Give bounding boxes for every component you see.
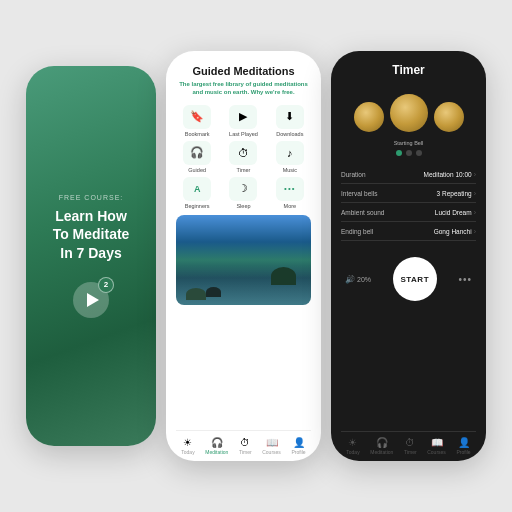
ambient-val: Lucid Dream ›: [435, 209, 476, 216]
nav-profile[interactable]: 👤 Profile: [291, 437, 305, 455]
badge: 2: [98, 277, 114, 293]
more-label: More: [284, 203, 297, 209]
p3-today-label: Today: [346, 449, 359, 455]
p3-nav-profile[interactable]: 👤 Profile: [456, 437, 470, 455]
icon-item-downloads[interactable]: ⬇ Downloads: [269, 105, 311, 137]
phone-meditation-course: FREE COURSE: Learn How To Meditate In 7 …: [26, 66, 156, 446]
timer-label: Timer: [237, 167, 251, 173]
p3-meditation-label: Meditation: [370, 449, 393, 455]
p3-profile-label: Profile: [456, 449, 470, 455]
icon-item-lastplayed[interactable]: ▶ Last Played: [222, 105, 264, 137]
ocean-bg: [176, 215, 311, 305]
timer-icon: ⏱: [229, 141, 257, 165]
ambient-chevron: ›: [474, 209, 476, 216]
meditation-nav-icon: 🎧: [211, 437, 223, 448]
p3-today-icon: ☀: [348, 437, 357, 448]
p2-title: Guided Meditations: [176, 65, 311, 77]
duration-key: Duration: [341, 171, 366, 178]
phone-timer: Timer Starting Bell Duration Meditation …: [331, 51, 486, 461]
downloads-label: Downloads: [276, 131, 303, 137]
ending-val: Gong Hanchi ›: [434, 228, 476, 235]
p3-inner: Timer Starting Bell Duration Meditation …: [331, 51, 486, 461]
more-icon: •••: [276, 177, 304, 201]
play-button-wrapper: 2: [73, 282, 109, 318]
setting-interval[interactable]: Interval bells 3 Repeating ›: [341, 185, 476, 203]
dots-row: [341, 150, 476, 156]
profile-nav-label: Profile: [291, 449, 305, 455]
nav-timer[interactable]: ⏱ Timer: [239, 437, 252, 455]
lastplayed-label: Last Played: [229, 131, 258, 137]
ending-key: Ending bell: [341, 228, 373, 235]
courses-nav-label: Courses: [262, 449, 281, 455]
setting-ambient[interactable]: Ambient sound Lucid Dream ›: [341, 204, 476, 222]
p3-nav-bar: ☀ Today 🎧 Meditation ⏱ Timer 📖 Courses 👤: [341, 431, 476, 461]
bookmark-icon: 🔖: [183, 105, 211, 129]
dot-2: [406, 150, 412, 156]
timer-nav-label: Timer: [239, 449, 252, 455]
nav-meditation[interactable]: 🎧 Meditation: [205, 437, 228, 455]
icon-item-beginners[interactable]: A Beginners: [176, 177, 218, 209]
timer-controls: 🔊 20% START •••: [341, 251, 476, 307]
icon-item-guided[interactable]: 🎧 Guided: [176, 141, 218, 173]
title-line2: To Meditate: [53, 226, 130, 242]
interval-val: 3 Repeating ›: [437, 190, 476, 197]
ambient-value: Lucid Dream: [435, 209, 472, 216]
courses-nav-icon: 📖: [266, 437, 278, 448]
setting-duration[interactable]: Duration Meditation 10:00 ›: [341, 166, 476, 184]
icon-grid: 🔖 Bookmark ▶ Last Played ⬇ Downloads 🎧 G…: [176, 105, 311, 209]
ending-value: Gong Hanchi: [434, 228, 472, 235]
p3-nav-timer[interactable]: ⏱ Timer: [404, 437, 417, 455]
settings-list: Duration Meditation 10:00 › Interval bel…: [341, 166, 476, 241]
volume-icon: 🔊: [345, 275, 355, 284]
ocean-rocks: [186, 288, 206, 300]
icon-item-more[interactable]: ••• More: [269, 177, 311, 209]
more-options[interactable]: •••: [458, 274, 472, 285]
bowl-center: [390, 94, 428, 132]
bowl-right: [434, 102, 464, 132]
p3-courses-icon: 📖: [431, 437, 443, 448]
bookmark-label: Bookmark: [185, 131, 210, 137]
guided-label: Guided: [188, 167, 206, 173]
sleep-label: Sleep: [236, 203, 250, 209]
start-button[interactable]: START: [393, 257, 437, 301]
p3-nav-courses[interactable]: 📖 Courses: [427, 437, 446, 455]
nav-today[interactable]: ☀ Today: [181, 437, 194, 455]
icon-item-music[interactable]: ♪ Music: [269, 141, 311, 173]
lastplayed-icon: ▶: [229, 105, 257, 129]
beginners-label: Beginners: [185, 203, 210, 209]
dot-3: [416, 150, 422, 156]
spacer: [176, 305, 311, 313]
nav-courses[interactable]: 📖 Courses: [262, 437, 281, 455]
rock3: [206, 287, 221, 297]
interval-value: 3 Repeating: [437, 190, 472, 197]
ending-chevron: ›: [474, 228, 476, 235]
guided-icon: 🎧: [183, 141, 211, 165]
icon-item-timer[interactable]: ⏱ Timer: [222, 141, 264, 173]
ocean-image: [176, 215, 311, 305]
p3-nav-meditation[interactable]: 🎧 Meditation: [370, 437, 393, 455]
p3-meditation-icon: 🎧: [376, 437, 388, 448]
singing-bowls: [341, 87, 476, 132]
bowl-left: [354, 102, 384, 132]
starting-bell-label: Starting Bell: [341, 140, 476, 146]
p2-subtitle: The largest free library of guided medit…: [176, 80, 311, 97]
setting-ending[interactable]: Ending bell Gong Hanchi ›: [341, 223, 476, 241]
ambient-key: Ambient sound: [341, 209, 384, 216]
today-label: Today: [181, 449, 194, 455]
profile-nav-icon: 👤: [293, 437, 305, 448]
phone1-content: FREE COURSE: Learn How To Meditate In 7 …: [43, 184, 140, 328]
p2-nav-bar: ☀ Today 🎧 Meditation ⏱ Timer 📖 Courses 👤: [176, 430, 311, 461]
duration-chevron: ›: [474, 171, 476, 178]
play-icon: [87, 293, 99, 307]
icon-item-sleep[interactable]: ☽ Sleep: [222, 177, 264, 209]
phone2-inner: Guided Meditations The largest free libr…: [166, 51, 321, 461]
today-icon: ☀: [183, 437, 192, 448]
icon-item-bookmark[interactable]: 🔖 Bookmark: [176, 105, 218, 137]
volume-value: 20%: [357, 276, 371, 283]
title-line1: Learn How: [55, 208, 127, 224]
interval-key: Interval bells: [341, 190, 378, 197]
scene: FREE COURSE: Learn How To Meditate In 7 …: [0, 0, 512, 512]
subtitle-link[interactable]: Why we're free.: [251, 89, 295, 95]
duration-value: Meditation 10:00: [424, 171, 472, 178]
p3-nav-today[interactable]: ☀ Today: [346, 437, 359, 455]
